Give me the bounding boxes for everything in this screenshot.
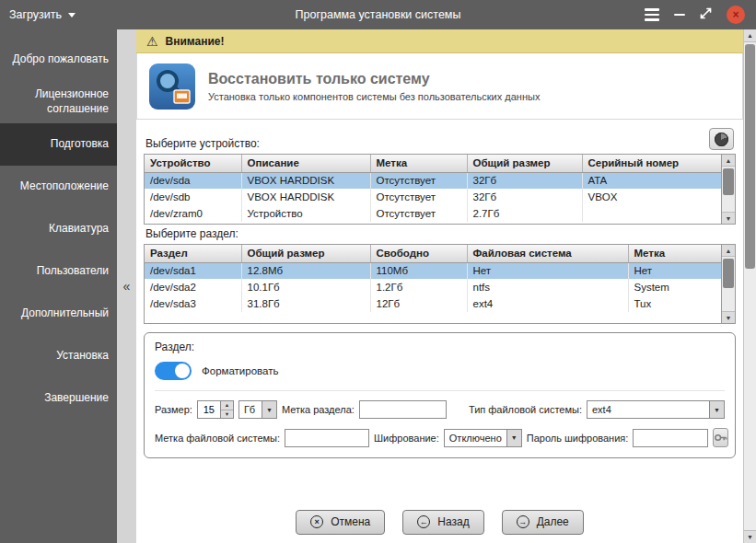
maximize-button[interactable] bbox=[700, 7, 712, 22]
encryption-select[interactable]: Отключено ▼ bbox=[444, 429, 522, 447]
key-icon bbox=[714, 431, 727, 445]
partition-row[interactable]: /dev/sda1 12.8Мб 110Мб Нет Нет bbox=[145, 262, 721, 279]
scroll-down-button[interactable]: ▼ bbox=[722, 212, 735, 224]
partition-row[interactable]: /dev/sda3 31.8Гб 12Гб ext4 Tux bbox=[145, 295, 721, 312]
load-button-label: Загрузить bbox=[9, 8, 62, 21]
scroll-thumb[interactable] bbox=[723, 259, 734, 288]
scroll-up-button[interactable]: ▲ bbox=[722, 155, 735, 167]
minimize-button[interactable] bbox=[674, 14, 685, 17]
partition-label-input[interactable] bbox=[359, 400, 447, 419]
page-title: Восстановить только систему bbox=[208, 71, 540, 87]
partition-label-label: Метка раздела: bbox=[282, 404, 355, 415]
device-row[interactable]: /dev/sdb VBOX HARDDISK Отсутствует 32Гб … bbox=[145, 189, 721, 205]
sidebar-item-users[interactable]: Пользователи bbox=[0, 250, 117, 293]
partition-table: Раздел Общий размер Свободно Файловая си… bbox=[144, 244, 736, 324]
fs-type-label: Тип файловой системы: bbox=[469, 404, 582, 415]
collapse-sidebar-button[interactable]: « bbox=[123, 279, 131, 294]
close-button[interactable]: × bbox=[727, 6, 745, 24]
encryption-password-input[interactable] bbox=[633, 429, 708, 447]
sidebar-item-preparation[interactable]: Подготовка bbox=[0, 123, 117, 166]
size-unit-select[interactable]: Гб ▼ bbox=[238, 400, 277, 419]
partition-form: Раздел: Форматировать Размер: ▲ bbox=[144, 332, 736, 458]
sidebar-item-license[interactable]: Лицензионное соглашение bbox=[0, 81, 117, 123]
sidebar-item-additional[interactable]: Дополнительный bbox=[0, 293, 117, 335]
scroll-up-button[interactable]: ▲ bbox=[744, 29, 756, 42]
next-button[interactable]: → Далее bbox=[502, 510, 584, 535]
page-subtitle: Установка только компонентов системы без… bbox=[208, 91, 540, 102]
scroll-thumb[interactable] bbox=[745, 44, 755, 269]
scroll-down-button[interactable]: ▼ bbox=[722, 311, 735, 323]
toggle-knob bbox=[175, 364, 190, 378]
column-header[interactable]: Общий размер bbox=[241, 245, 370, 262]
sidebar-item-finish[interactable]: Завершение bbox=[0, 377, 117, 420]
warning-banner: ⚠ Внимание! bbox=[136, 29, 743, 53]
column-header[interactable]: Описание bbox=[241, 155, 370, 172]
fs-type-select[interactable]: ext4 ▼ bbox=[587, 400, 725, 419]
chevron-down-icon: ▼ bbox=[709, 401, 724, 418]
scroll-down-button[interactable]: ▼ bbox=[744, 530, 756, 543]
warning-text: Внимание! bbox=[166, 35, 225, 48]
size-label: Размер: bbox=[155, 404, 192, 415]
column-header[interactable]: Файловая система bbox=[467, 245, 628, 262]
footer: × Отмена ← Назад → Далее bbox=[144, 501, 736, 543]
show-password-button[interactable] bbox=[713, 428, 728, 447]
partition-table-scrollbar[interactable]: ▲ ▼ bbox=[721, 245, 735, 323]
partition-section-label: Выберите раздел: bbox=[145, 227, 238, 240]
format-toggle-label: Форматировать bbox=[202, 365, 278, 376]
arrow-left-icon: ← bbox=[417, 515, 430, 528]
fs-label-input[interactable] bbox=[285, 429, 369, 447]
arrow-right-icon: → bbox=[517, 515, 529, 528]
disk-layout-button[interactable] bbox=[709, 128, 734, 150]
sidebar-item-installation[interactable]: Установка bbox=[0, 335, 117, 377]
column-header[interactable]: Раздел bbox=[145, 245, 241, 262]
device-table-scrollbar[interactable]: ▲ ▼ bbox=[721, 155, 735, 224]
sidebar-item-keyboard[interactable]: Клавиатура bbox=[0, 208, 117, 250]
pie-chart-icon bbox=[715, 133, 728, 146]
load-button[interactable]: Загрузить bbox=[9, 8, 76, 21]
encryption-password-label: Пароль шифрования: bbox=[527, 433, 629, 444]
window-title: Программа установки системы bbox=[0, 8, 756, 21]
scroll-thumb[interactable] bbox=[723, 168, 734, 195]
installer-window: Загрузить Программа установки системы × … bbox=[0, 0, 756, 543]
page-header: Восстановить только систему Установка то… bbox=[136, 53, 743, 120]
column-header[interactable]: Метка bbox=[628, 245, 721, 262]
column-header[interactable]: Серийный номер bbox=[582, 155, 721, 172]
titlebar: Загрузить Программа установки системы × bbox=[0, 0, 756, 29]
fs-label-label: Метка файловой системы: bbox=[155, 433, 280, 444]
sidebar: Добро пожаловать Лицензионное соглашение… bbox=[0, 29, 117, 543]
sidebar-item-location[interactable]: Местоположение bbox=[0, 166, 117, 208]
cancel-icon: × bbox=[310, 515, 323, 528]
spin-up-button[interactable]: ▲ bbox=[221, 401, 233, 410]
partition-row[interactable]: /dev/sda2 10.1Гб 1.2Гб ntfs System bbox=[145, 279, 721, 295]
sidebar-collapse-strip: « bbox=[117, 29, 136, 543]
device-section-label: Выберите устройство: bbox=[145, 137, 260, 150]
scroll-up-button[interactable]: ▲ bbox=[722, 245, 735, 257]
hamburger-menu-button[interactable] bbox=[645, 8, 659, 21]
device-table: Устройство Описание Метка Общий размер С… bbox=[144, 154, 736, 225]
main-scrollbar[interactable]: ▲ ▼ bbox=[743, 29, 756, 543]
column-header[interactable]: Общий размер bbox=[467, 155, 582, 172]
chevron-down-icon bbox=[68, 13, 76, 17]
device-row[interactable]: /dev/zram0 Устройство Отсутствует 2.7Гб bbox=[145, 205, 721, 222]
partition-form-title: Раздел: bbox=[155, 341, 725, 353]
device-row[interactable]: /dev/sda VBOX HARDDISK Отсутствует 32Гб … bbox=[145, 172, 721, 189]
back-button[interactable]: ← Назад bbox=[402, 510, 483, 535]
column-header[interactable]: Устройство bbox=[145, 155, 241, 172]
content-area: ⚠ Внимание! bbox=[136, 29, 743, 543]
chevron-down-icon: ▼ bbox=[262, 401, 276, 418]
column-header[interactable]: Свободно bbox=[370, 245, 467, 262]
encryption-label: Шифрование: bbox=[374, 433, 439, 444]
expand-icon bbox=[700, 7, 712, 19]
size-spinner: ▲ ▼ bbox=[197, 400, 234, 419]
sidebar-item-welcome[interactable]: Добро пожаловать bbox=[0, 39, 117, 81]
size-input[interactable] bbox=[198, 401, 220, 418]
spin-down-button[interactable]: ▼ bbox=[221, 410, 233, 419]
column-header[interactable]: Метка bbox=[370, 155, 467, 172]
chevron-down-icon: ▼ bbox=[506, 430, 521, 446]
warning-icon: ⚠ bbox=[146, 35, 158, 48]
format-toggle[interactable] bbox=[155, 362, 192, 380]
cancel-button[interactable]: × Отмена bbox=[296, 510, 385, 535]
app-icon bbox=[148, 63, 196, 110]
